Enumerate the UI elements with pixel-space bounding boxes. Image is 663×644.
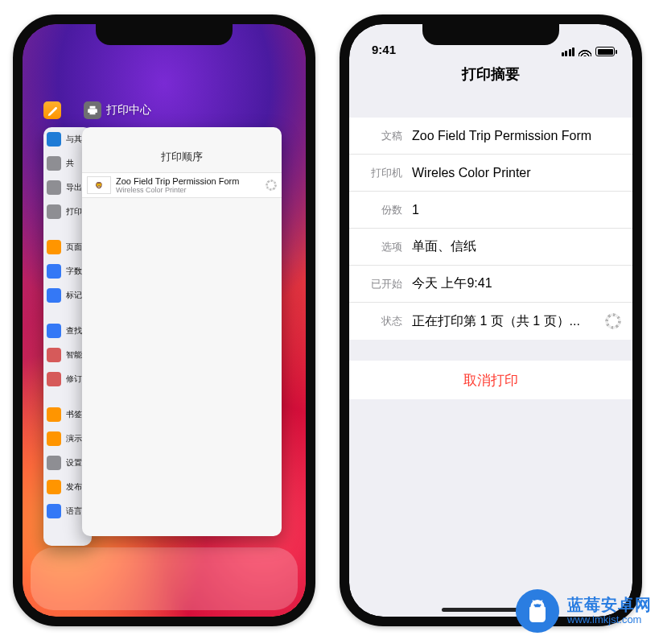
sidebar-item-icon	[47, 324, 61, 338]
sidebar-item-icon	[47, 204, 61, 219]
sidebar-item-label: 字数	[66, 266, 82, 277]
row-label: 选项	[364, 240, 407, 254]
svg-point-0	[533, 604, 535, 605]
sidebar-item-icon	[47, 156, 61, 171]
sidebar-item-label: 书签	[66, 409, 82, 420]
status-time: 9:41	[372, 43, 396, 56]
nav-title: 打印摘要	[349, 58, 632, 95]
sidebar-item-label: 导出	[66, 182, 82, 193]
notch	[422, 24, 559, 45]
summary-group: 文稿 Zoo Field Trip Permission Form 打印机 Wi…	[349, 118, 632, 340]
sidebar-item-label: 页面	[66, 242, 82, 253]
notch	[96, 24, 233, 45]
screen-left: 打印中心 与其共导出打印页面字数标记查找智能修订书签演示设置发布语言 打印顺序 …	[23, 24, 306, 617]
switcher-front-label: 打印中心	[84, 101, 151, 119]
sidebar-item-icon	[47, 372, 61, 386]
row-options: 选项 单面、信纸	[349, 229, 632, 266]
sidebar-item-label: 标记	[66, 290, 82, 301]
watermark: 蓝莓安卓网 www.lmkjst.com	[516, 589, 652, 633]
cellular-signal-icon	[562, 47, 575, 56]
sidebar-item-icon	[47, 132, 61, 147]
print-job-row[interactable]: 🦁 Zoo Field Trip Permission Form Wireles…	[82, 172, 282, 198]
sidebar-item-label: 设置	[66, 457, 82, 469]
battery-icon	[595, 47, 615, 56]
print-job-printer: Wireless Color Printer	[116, 186, 261, 194]
sidebar-item-icon	[47, 264, 61, 279]
phone-right: 9:41 打印摘要 文稿 Zoo Field Trip Permission F…	[340, 14, 642, 626]
pages-app-icon	[43, 101, 61, 119]
sidebar-item-label: 演示	[66, 433, 82, 444]
row-value: Zoo Field Trip Permission Form	[407, 129, 621, 143]
spinner-icon	[605, 313, 621, 329]
sidebar-item-label: 发布	[66, 481, 82, 493]
print-job-document: Zoo Field Trip Permission Form	[116, 176, 261, 186]
sidebar-item-icon	[47, 407, 61, 422]
row-label: 已开始	[364, 277, 407, 291]
phone-left: 打印中心 与其共导出打印页面字数标记查找智能修订书签演示设置发布语言 打印顺序 …	[13, 14, 315, 626]
sidebar-item-label: 共	[66, 158, 74, 169]
row-printer: 打印机 Wireles Color Printer	[349, 155, 632, 192]
screen-right: 9:41 打印摘要 文稿 Zoo Field Trip Permission F…	[349, 24, 632, 617]
row-label: 打印机	[364, 166, 407, 180]
sidebar-item-icon	[47, 456, 61, 470]
sidebar-item-label: 与其	[66, 134, 82, 145]
row-value: 正在打印第 1 页（共 1 页）...	[407, 313, 605, 330]
wifi-icon	[579, 47, 591, 56]
print-center-title: 打印顺序	[82, 127, 282, 172]
cancel-print-button[interactable]: 取消打印	[349, 361, 632, 399]
print-job-thumbnail-icon: 🦁	[87, 176, 111, 194]
switcher-card-front[interactable]: 打印顺序 🦁 Zoo Field Trip Permission Form Wi…	[82, 127, 282, 536]
svg-point-1	[539, 604, 541, 605]
cancel-group: 取消打印	[349, 361, 632, 399]
sidebar-item-label: 智能	[66, 349, 82, 361]
sidebar-item-icon	[47, 480, 61, 494]
home-dock	[31, 547, 298, 610]
row-status: 状态 正在打印第 1 页（共 1 页）...	[349, 303, 632, 340]
watermark-logo-icon	[516, 589, 559, 633]
sidebar-item-icon	[47, 240, 61, 254]
spinner-icon	[266, 180, 277, 191]
row-label: 状态	[364, 314, 407, 328]
sidebar-item-icon	[47, 431, 61, 446]
sidebar-item-icon	[47, 348, 61, 362]
watermark-url: www.lmkjst.com	[567, 614, 652, 626]
row-label: 文稿	[364, 129, 407, 143]
sidebar-item-icon	[47, 288, 61, 303]
row-value: 1	[407, 203, 621, 217]
row-value: 今天 上午9:41	[407, 275, 621, 292]
sidebar-item-label: 修订	[66, 374, 82, 385]
row-value: Wireles Color Printer	[407, 166, 621, 180]
row-document: 文稿 Zoo Field Trip Permission Form	[349, 118, 632, 155]
sidebar-item-icon	[47, 504, 61, 518]
switcher-back-label	[43, 101, 61, 119]
row-started: 已开始 今天 上午9:41	[349, 266, 632, 303]
sidebar-item-label: 语言	[66, 506, 82, 517]
row-value: 单面、信纸	[407, 238, 621, 255]
sidebar-item-icon	[47, 180, 61, 195]
print-center-app-icon	[84, 101, 101, 119]
row-copies: 份数 1	[349, 192, 632, 229]
switcher-front-label-text: 打印中心	[106, 103, 151, 118]
sidebar-item-label: 查找	[66, 325, 82, 336]
sidebar-item-label: 打印	[66, 206, 82, 217]
row-label: 份数	[364, 203, 407, 217]
watermark-title: 蓝莓安卓网	[567, 596, 652, 614]
